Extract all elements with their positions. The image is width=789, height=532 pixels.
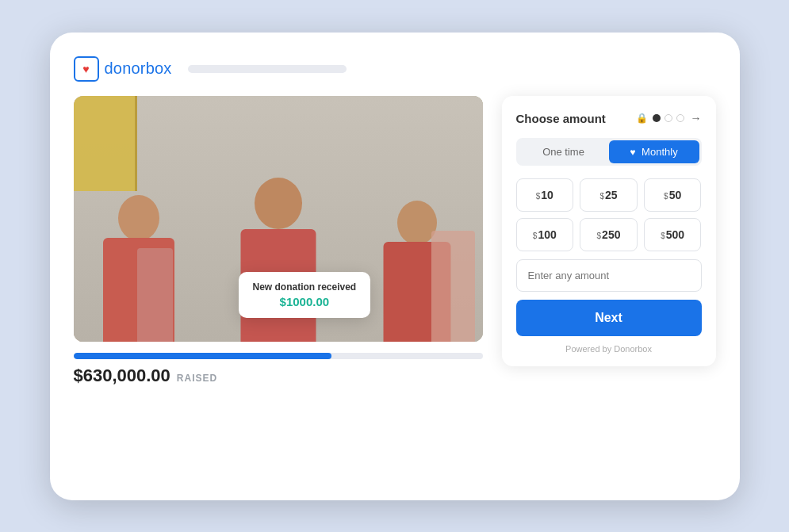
one-time-button[interactable]: One time bbox=[519, 140, 609, 163]
currency-symbol-4: $ bbox=[597, 232, 602, 240]
choose-amount-label: Choose amount bbox=[516, 112, 606, 125]
progress-labels: $630,000.00 RAISED bbox=[74, 366, 483, 386]
amount-btn-10[interactable]: $10 bbox=[516, 178, 574, 212]
lock-icon: 🔒 bbox=[636, 113, 648, 124]
amount-value-5: 500 bbox=[666, 228, 684, 241]
next-button[interactable]: Next bbox=[516, 300, 702, 336]
currency-symbol-0: $ bbox=[536, 192, 541, 201]
campaign-image: New donation received $1000.00 bbox=[74, 96, 483, 342]
raised-amount: $630,000.00 bbox=[74, 366, 170, 386]
head-center bbox=[255, 178, 302, 229]
currency-symbol-3: $ bbox=[533, 232, 538, 240]
logo-icon: ♥ bbox=[74, 56, 99, 82]
currency-symbol-5: $ bbox=[661, 232, 665, 240]
currency-symbol-2: $ bbox=[664, 192, 668, 201]
amount-value-4: 250 bbox=[602, 228, 620, 241]
notification-amount: $1000.00 bbox=[252, 295, 356, 308]
monthly-heart-icon: ♥ bbox=[630, 147, 635, 158]
logo: ♥ donorbox bbox=[74, 56, 172, 82]
device-frame: ♥ donorbox bbox=[50, 33, 740, 500]
amount-btn-250[interactable]: $250 bbox=[580, 218, 638, 251]
frequency-toggle: One time ♥ Monthly bbox=[516, 138, 702, 166]
header-bar bbox=[188, 65, 347, 73]
progress-bar-background bbox=[74, 353, 483, 359]
kid-bg-left bbox=[137, 248, 173, 342]
step-dot-2 bbox=[665, 114, 672, 122]
right-panel: Choose amount 🔒 → One time bbox=[502, 96, 716, 366]
raised-label: RAISED bbox=[177, 373, 217, 384]
head-left bbox=[118, 195, 159, 241]
step-dot-1 bbox=[653, 114, 661, 122]
step-dot-3 bbox=[676, 114, 684, 122]
next-arrow-icon: → bbox=[691, 112, 702, 124]
amount-grid: $10 $25 $50 $100 $250 $500 bbox=[516, 178, 702, 251]
monthly-label: Monthly bbox=[642, 146, 678, 158]
custom-amount-input[interactable] bbox=[516, 259, 702, 292]
powered-by: Powered by Donorbox bbox=[516, 344, 702, 354]
left-panel: New donation received $1000.00 $630,000.… bbox=[74, 96, 483, 386]
step-dots bbox=[653, 114, 684, 122]
amount-value-3: 100 bbox=[538, 228, 556, 241]
card-header-icons: 🔒 → bbox=[636, 112, 702, 124]
logo-heart-icon: ♥ bbox=[82, 63, 89, 75]
notification-title: New donation received bbox=[252, 281, 356, 293]
amount-btn-50[interactable]: $50 bbox=[644, 178, 702, 212]
currency-symbol-1: $ bbox=[599, 192, 604, 201]
amount-btn-100[interactable]: $100 bbox=[516, 218, 574, 251]
amount-value-0: 10 bbox=[541, 189, 553, 201]
amount-btn-500[interactable]: $500 bbox=[644, 218, 702, 251]
amount-value-2: 50 bbox=[669, 189, 682, 201]
main-content: New donation received $1000.00 $630,000.… bbox=[74, 96, 716, 386]
progress-bar-fill bbox=[74, 353, 331, 359]
header: ♥ donorbox bbox=[74, 56, 716, 82]
donation-card: Choose amount 🔒 → One time bbox=[502, 96, 716, 366]
kid-bg-right bbox=[431, 231, 475, 342]
card-header: Choose amount 🔒 → bbox=[516, 112, 702, 125]
progress-area: $630,000.00 RAISED bbox=[74, 353, 483, 386]
monthly-button[interactable]: ♥ Monthly bbox=[609, 140, 699, 163]
amount-btn-25[interactable]: $25 bbox=[580, 178, 638, 212]
amount-value-1: 25 bbox=[605, 189, 618, 201]
logo-text: donorbox bbox=[105, 59, 172, 78]
notification-popup: New donation received $1000.00 bbox=[238, 272, 370, 318]
